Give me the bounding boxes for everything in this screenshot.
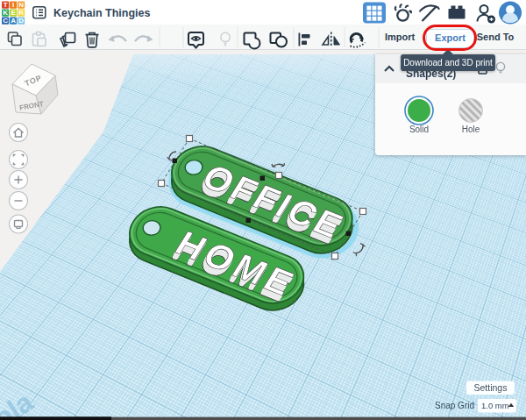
svg-text:1.0 mm: 1.0 mm — [481, 401, 509, 410]
svg-text:T: T — [4, 1, 8, 9]
svg-text:A: A — [11, 17, 16, 25]
svg-text:C: C — [3, 17, 8, 25]
svg-text:Import: Import — [385, 32, 416, 42]
svg-text:Keychain Thingies: Keychain Thingies — [53, 7, 150, 19]
svg-text:R: R — [18, 9, 24, 17]
svg-text:K: K — [3, 9, 8, 17]
svg-text:Solid: Solid — [409, 125, 429, 134]
svg-text:pla: pla — [0, 386, 39, 420]
svg-text:Settings: Settings — [474, 382, 508, 393]
svg-text:I: I — [12, 1, 14, 9]
svg-text:Send To: Send To — [477, 32, 515, 42]
svg-text:Hole: Hole — [462, 125, 480, 134]
svg-text:Snap Grid: Snap Grid — [435, 401, 474, 410]
svg-text:D: D — [18, 17, 24, 25]
svg-text:N: N — [18, 1, 24, 9]
svg-text:E: E — [11, 9, 16, 17]
